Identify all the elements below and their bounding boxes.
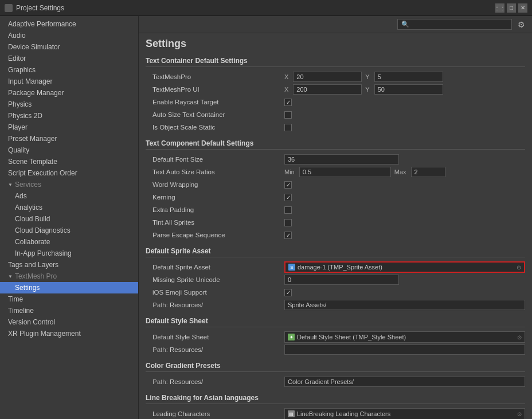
browse-asset-button[interactable]: ⊙ [515, 333, 523, 341]
settings-row: Auto Size Text Container [146, 108, 525, 121]
settings-row: Kerning [146, 191, 525, 203]
row-value [284, 99, 525, 106]
settings-row: Missing Sprite Unicode [146, 273, 525, 286]
row-label: Parse Escape Sequence [152, 232, 284, 238]
close-button[interactable]: ✕ [518, 3, 527, 13]
max-input[interactable] [411, 167, 445, 177]
checkbox[interactable] [284, 232, 292, 239]
y-input[interactable] [374, 84, 443, 95]
sidebar-item-cloud-diagnostics[interactable]: Cloud Diagnostics [0, 225, 138, 236]
row-label: iOS Emoji Support [152, 289, 284, 296]
sidebar-item-package-manager[interactable]: Package Manager [0, 87, 138, 99]
settings-row: Word Wrapping [146, 178, 525, 191]
sidebar: Adaptive PerformanceAudioDevice Simulato… [0, 16, 139, 419]
sidebar-item-time[interactable]: Time [0, 293, 138, 305]
min-label: Min [284, 169, 295, 175]
path-prefix: Path: [152, 378, 168, 385]
sidebar-item-collaborate[interactable]: Collaborate [0, 236, 138, 248]
sidebar-item-audio[interactable]: Audio [0, 30, 138, 41]
row-label: TextMeshPro UI [152, 86, 284, 93]
asset-name: Default Style Sheet (TMP_Style Sheet) [297, 334, 406, 340]
path-value-input[interactable] [284, 300, 525, 310]
search-input[interactable] [412, 21, 508, 28]
collapse-arrow[interactable]: ▼ [8, 274, 13, 279]
sidebar-section-label: TextMesh Pro [15, 272, 57, 280]
settings-row: TextMeshPro UI X Y [146, 83, 525, 96]
sidebar-item-adaptive-performance[interactable]: Adaptive Performance [0, 18, 138, 30]
sidebar-item-analytics[interactable]: Analytics [0, 202, 138, 213]
row-value [284, 181, 525, 189]
section-header-5: Line Breaking for Asian languages [146, 394, 525, 404]
row-value [284, 154, 525, 165]
checkbox[interactable] [284, 111, 292, 119]
path-value-input[interactable] [284, 344, 525, 355]
checkbox[interactable] [284, 206, 292, 214]
checkbox[interactable] [284, 181, 292, 189]
title-bar: Project Settings ⋮⋮ □ ✕ [0, 0, 532, 16]
asset-field[interactable]: ▤ LineBreaking Leading Characters ⊙ [284, 408, 525, 419]
x-label: X [284, 73, 288, 80]
checkbox[interactable] [284, 124, 292, 131]
sidebar-item-settings[interactable]: Settings [0, 282, 138, 293]
collapse-arrow[interactable]: ▼ [8, 182, 13, 187]
asset-name: damage-1 (TMP_Sprite Asset) [298, 264, 382, 271]
sidebar-item-physics[interactable]: Physics [0, 99, 138, 110]
sidebar-item-physics-2d[interactable]: Physics 2D [0, 110, 138, 122]
restore-button[interactable]: □ [507, 3, 516, 13]
section-header-3: Default Style Sheet [146, 317, 525, 327]
path-value-input[interactable] [284, 377, 525, 387]
asset-field[interactable]: ✦ Default Style Sheet (TMP_Style Sheet) … [284, 331, 525, 343]
path-subpath: Resources/ [170, 301, 203, 308]
toolbar: 🔍 ⚙ [139, 16, 532, 33]
browse-asset-button[interactable]: ⊙ [515, 410, 523, 418]
sidebar-item-cloud-build[interactable]: Cloud Build [0, 213, 138, 225]
search-icon: 🔍 [401, 21, 409, 28]
sidebar-item-quality[interactable]: Quality [0, 144, 138, 156]
page-title: Settings [146, 38, 525, 50]
row-label: Extra Padding [152, 206, 284, 213]
row-label: Text Auto Size Ratios [152, 169, 284, 175]
section-header-2: Default Sprite Asset [146, 247, 525, 257]
asset-field[interactable]: S damage-1 (TMP_Sprite Asset) ⊙ [284, 261, 525, 273]
sidebar-item-preset-manager[interactable]: Preset Manager [0, 133, 138, 144]
checkbox[interactable] [284, 194, 292, 201]
sidebar-item-script-execution-order[interactable]: Script Execution Order [0, 167, 138, 179]
settings-gear-button[interactable]: ⚙ [515, 20, 527, 29]
sidebar-item-xr-plugin-management[interactable]: XR Plugin Management [0, 328, 138, 339]
row-value [284, 289, 525, 296]
checkbox[interactable] [284, 219, 292, 226]
y-input[interactable] [374, 72, 443, 82]
x-input[interactable] [293, 72, 362, 82]
sidebar-item-timeline[interactable]: Timeline [0, 305, 138, 316]
asset-type-icon: S [288, 264, 295, 271]
min-input[interactable] [299, 167, 391, 177]
path-prefix: Path: [152, 346, 168, 353]
menu-button[interactable]: ⋮⋮ [495, 3, 504, 13]
sidebar-item-device-simulator[interactable]: Device Simulator [0, 41, 138, 53]
x-input[interactable] [293, 84, 362, 95]
row-value [284, 232, 525, 239]
sidebar-item-tags-and-layers[interactable]: Tags and Layers [0, 259, 138, 271]
row-label: Default Style Sheet [152, 334, 284, 340]
settings-row: Default Style Sheet ✦ Default Style Shee… [146, 331, 525, 343]
sidebar-item-player[interactable]: Player [0, 122, 138, 133]
checkbox[interactable] [284, 289, 292, 296]
sidebar-section-textmesh-pro: ▼TextMesh Pro [0, 271, 138, 282]
text-input[interactable] [284, 154, 399, 165]
settings-row: Enable Raycast Target [146, 96, 525, 108]
sidebar-item-in-app-purchasing[interactable]: In-App Purchasing [0, 248, 138, 259]
sidebar-item-version-control[interactable]: Version Control [0, 316, 138, 328]
sidebar-item-graphics[interactable]: Graphics [0, 64, 138, 76]
settings-row: Path: Resources/ [146, 343, 525, 356]
row-value: X Y [284, 84, 525, 95]
sidebar-item-ads[interactable]: Ads [0, 190, 138, 202]
checkbox[interactable] [284, 99, 292, 106]
sidebar-item-editor[interactable]: Editor [0, 53, 138, 64]
browse-asset-button[interactable]: ⊙ [515, 263, 523, 271]
sidebar-item-scene-template[interactable]: Scene Template [0, 156, 138, 167]
sidebar-item-input-manager[interactable]: Input Manager [0, 76, 138, 87]
text-input[interactable] [284, 275, 399, 285]
search-box[interactable]: 🔍 [397, 19, 512, 30]
row-label: Missing Sprite Unicode [152, 276, 284, 283]
y-label: Y [365, 73, 369, 80]
